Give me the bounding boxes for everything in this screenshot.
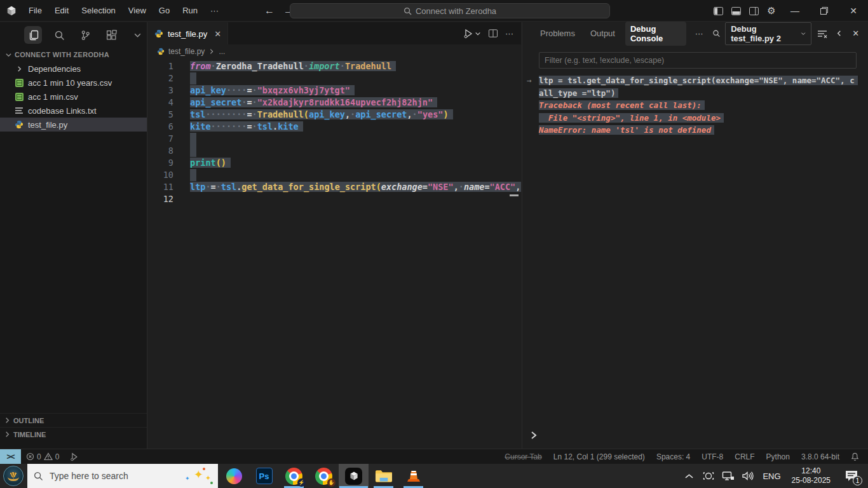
remote-indicator[interactable]: >< [0, 449, 21, 464]
language-mode-status[interactable]: Python [766, 452, 790, 461]
eol-status[interactable]: CRLF [735, 452, 754, 461]
code-line[interactable]: 1from·Zerodha_Tradehull·import·Tradehull [148, 60, 521, 72]
breadcrumb-separator-icon [208, 48, 215, 55]
taskbar-vlc-icon[interactable] [398, 464, 428, 488]
outline-section-title: OUTLINE [13, 417, 44, 424]
code-line[interactable]: 6kite·······=·tsl.kite [148, 121, 521, 133]
activity-bar [0, 22, 147, 48]
tree-item-python-file-selected[interactable]: test_file.py [0, 118, 147, 132]
tab-test-file[interactable]: test_file.py ✕ [148, 22, 228, 44]
explorer-icon[interactable] [24, 26, 42, 44]
window-minimize-button[interactable]: — [780, 0, 810, 22]
encoding-status[interactable]: UTF-8 [702, 452, 723, 461]
console-search-icon[interactable] [712, 29, 721, 38]
panel-more-tabs-icon[interactable]: ··· [691, 29, 707, 38]
taskbar-chrome-profile2-icon[interactable]: ✋ [309, 464, 339, 488]
tray-clock[interactable]: 12:40 25-08-2025 [788, 466, 834, 485]
views-more-chevron-icon[interactable] [129, 26, 147, 44]
code-area[interactable]: 1from·Zerodha_Tradehull·import·Tradehull… [148, 60, 521, 442]
tab-problems[interactable]: Problems [535, 26, 580, 41]
taskbar-copilot-icon[interactable] [219, 464, 249, 488]
notifications-bell-icon[interactable] [851, 452, 859, 461]
code-line[interactable]: 3api_key····=·"bxqzx6vh3yj7ytgt" [148, 85, 521, 97]
menu-run[interactable]: Run [177, 4, 203, 17]
code-line[interactable]: 5tsl········=·Tradehull(api_key,·api_sec… [148, 109, 521, 121]
toggle-secondary-sidebar-icon[interactable] [745, 2, 763, 20]
line-number: 12 [148, 193, 173, 205]
editor-group: test_file.py ✕ ··· test_file.py ... 1fro… [148, 22, 521, 449]
customize-layout-gear-icon[interactable]: ⚙ [763, 2, 780, 20]
menu-edit[interactable]: Edit [50, 4, 74, 17]
menu-overflow-icon[interactable]: ··· [205, 4, 224, 17]
explorer-section-header[interactable]: CONNECT WITH ZERODHA [0, 48, 147, 62]
taskbar-chrome-profile1-icon[interactable]: ⚡ [279, 464, 309, 488]
code-line[interactable]: 10 [148, 169, 521, 181]
tray-tablet-mode-icon[interactable] [701, 464, 716, 488]
debug-session-dropdown[interactable]: Debug test_file.py 2 [725, 22, 811, 45]
taskbar-photoshop-icon[interactable]: Ps [249, 464, 279, 488]
window-close-button[interactable]: ✕ [839, 0, 868, 22]
tree-item-txt-file[interactable]: codebase Links.txt [0, 104, 147, 118]
menu-go[interactable]: Go [154, 4, 175, 17]
timeline-section-header[interactable]: TIMELINE [0, 427, 147, 441]
taskbar-file-explorer-icon[interactable] [369, 464, 398, 488]
tree-item-csv-file[interactable]: acc 1 min 10 years.csv [0, 76, 147, 90]
tree-item-dependencies[interactable]: Dependencies [0, 62, 147, 76]
python-interpreter-status[interactable]: 3.8.0 64-bit [801, 452, 839, 461]
menu-file[interactable]: File [24, 4, 47, 17]
console-line[interactable]: File "<string>", line 1, in <module> [522, 112, 868, 125]
clear-console-icon[interactable] [817, 27, 828, 41]
collapse-panel-chevron-icon[interactable] [833, 27, 844, 41]
window-restore-button[interactable] [810, 0, 839, 22]
code-line[interactable]: 12 [148, 193, 521, 205]
tray-network-icon[interactable] [721, 464, 736, 488]
console-line[interactable]: NameError: name 'tsl' is not defined [522, 124, 868, 137]
line-number: 10 [148, 169, 173, 181]
tab-debug-console[interactable]: Debug Console [625, 22, 686, 46]
indentation-status[interactable]: Spaces: 4 [656, 452, 690, 461]
extensions-icon[interactable] [103, 26, 121, 44]
code-line[interactable]: 11ltp·=·tsl.get_data_for_single_script(e… [148, 181, 521, 193]
cursor-tab-status[interactable]: Cursor Tab [505, 452, 541, 461]
menu-view[interactable]: View [123, 4, 151, 17]
tab-close-icon[interactable]: ✕ [214, 29, 221, 39]
run-python-file-icon[interactable] [463, 29, 481, 39]
breadcrumb[interactable]: test_file.py ... [148, 44, 521, 58]
console-line[interactable]: →ltp = tsl.get_data_for_single_script(ex… [522, 74, 868, 87]
command-center-search[interactable]: Connect with Zerodha [290, 3, 610, 18]
close-panel-icon[interactable]: ✕ [850, 27, 862, 41]
tab-output[interactable]: Output [585, 26, 620, 41]
search-highlights-sparkles-icon[interactable]: ✦✦✦ [185, 466, 213, 485]
code-line[interactable]: 9print() [148, 157, 521, 169]
tray-date: 25-08-2025 [792, 476, 831, 485]
outline-section-header[interactable]: OUTLINE [0, 413, 147, 427]
menu-selection[interactable]: Selection [76, 4, 120, 17]
tray-language-indicator[interactable]: ENG [760, 471, 783, 481]
search-view-icon[interactable] [50, 26, 68, 44]
console-input-prompt-icon[interactable] [530, 431, 538, 440]
code-line[interactable]: 7 [148, 133, 521, 145]
toggle-panel-icon[interactable] [727, 2, 745, 20]
code-line[interactable]: 4api_secret·=·"x2kdajkyr8rudkk164upvecf2… [148, 97, 521, 109]
split-editor-icon[interactable] [489, 29, 498, 37]
toggle-primary-sidebar-icon[interactable] [709, 2, 727, 20]
tray-chevron-up-icon[interactable] [681, 464, 696, 488]
nav-back-icon[interactable]: ← [264, 5, 275, 17]
line-number: 11 [148, 181, 173, 193]
tree-item-csv-file[interactable]: acc 1 min.csv [0, 90, 147, 104]
debug-status-icon[interactable] [64, 452, 84, 461]
console-line[interactable]: all_type ="ltp") [522, 87, 868, 100]
console-line[interactable]: Traceback (most recent call last): [522, 99, 868, 112]
editor-more-actions-icon[interactable]: ··· [505, 29, 513, 38]
console-filter-input[interactable] [539, 52, 857, 69]
start-button[interactable] [3, 466, 24, 486]
code-line[interactable]: 8 [148, 145, 521, 157]
source-control-icon[interactable] [76, 26, 94, 44]
code-line[interactable]: 2 [148, 72, 521, 85]
cursor-position-status[interactable]: Ln 12, Col 1 (299 selected) [553, 452, 645, 461]
action-center-icon[interactable]: 1 [839, 464, 864, 488]
tray-volume-icon[interactable] [740, 464, 756, 488]
taskbar-trading-app-icon[interactable] [339, 464, 369, 488]
problems-status[interactable]: 0 0 [21, 452, 64, 461]
taskbar-search-box[interactable]: Type here to search ✦✦✦ [27, 464, 218, 488]
